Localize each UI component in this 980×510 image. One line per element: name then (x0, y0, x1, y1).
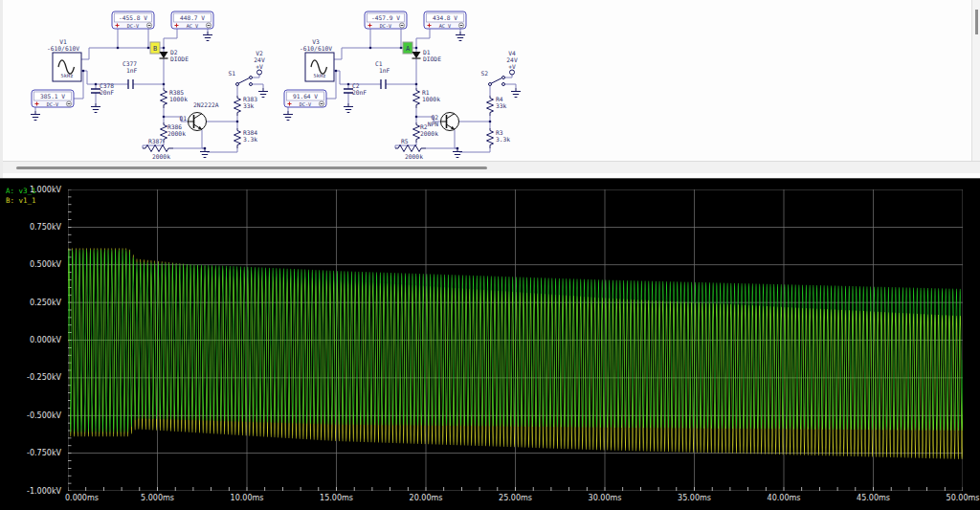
resistor-r2[interactable] (413, 122, 420, 143)
source-range-label: -610/610V (300, 45, 332, 52)
y-axis-tick-label: 0.250kV (0, 299, 61, 307)
probe-letter: B (153, 45, 157, 53)
x-axis-tick-label: 30.00ms (589, 494, 622, 502)
resistor-ref: R1 (422, 89, 430, 96)
meter-value: -455.8 V (119, 14, 147, 21)
y-axis-tick-label: 0.500kV (0, 260, 61, 269)
diode-val-label: DIODE (170, 55, 189, 62)
resistor-r1[interactable] (413, 88, 420, 108)
resistor-ref: R387 (148, 138, 163, 144)
resistor-val: 2000k (152, 153, 170, 160)
x-axis-tick-label: 20.00ms (410, 494, 443, 502)
schematic-horizontal-scrollbar[interactable] (3, 161, 980, 173)
cap-shunt-val: 20nF (352, 89, 367, 96)
source-freq-label: 5kHz (61, 73, 74, 78)
diode-val-label: DIODE (423, 55, 441, 62)
transistor-q1[interactable] (189, 113, 207, 131)
ground-symbol (283, 111, 293, 121)
y-axis-tick-label: -0.250kV (0, 373, 61, 382)
diode-d1[interactable] (412, 52, 421, 58)
meter-mode: DC-V (127, 23, 140, 29)
resistor-r385[interactable] (161, 88, 167, 108)
meter-mode: DC-V (47, 101, 59, 107)
diode-ref-label: D2 (170, 49, 178, 55)
probe-b[interactable]: B (150, 42, 160, 54)
schematic-pane: V1 -610/610V 5kHz -455.8 V DC-V 448.7 V … (0, 0, 980, 178)
resistor-val: 33k (496, 102, 507, 109)
circuit-left: V1 -610/610V 5kHz -455.8 V DC-V 448.7 V … (31, 11, 268, 160)
switch-label: S1 (228, 70, 235, 77)
diode-ref-label: D1 (423, 49, 431, 55)
switch-contact[interactable] (236, 83, 239, 86)
resistor-ref: R385 (169, 89, 184, 96)
resistor-r384[interactable] (234, 128, 241, 148)
x-axis-tick-label: 50.00ms (947, 494, 980, 502)
switch-blade[interactable] (238, 78, 250, 84)
schematic-vertical-scrollbar[interactable] (971, 0, 980, 161)
ground-symbol (456, 32, 465, 41)
resistor-r3[interactable] (487, 128, 494, 148)
x-axis-tick-label: 15.00ms (320, 494, 353, 502)
meter-dc-bias[interactable]: 91.64 V DC-V (284, 90, 326, 107)
resistor-r4[interactable] (487, 96, 494, 116)
resistor-ref: R384 (243, 129, 257, 136)
resistor-ref: R383 (243, 96, 257, 102)
schematic-canvas[interactable]: V1 -610/610V 5kHz -455.8 V DC-V 448.7 V … (3, 0, 974, 161)
x-axis-tick-label: 35.00ms (678, 494, 711, 502)
transistor-ref-label: Q2 (431, 114, 438, 121)
switch-contact[interactable] (502, 77, 505, 79)
x-axis-tick-label: 45.00ms (857, 494, 890, 502)
circuit-right: V3 -610/610V 5kHz -457.9 V DC-V 434.8 V … (283, 11, 521, 160)
app-window: V1 -610/610V 5kHz -455.8 V DC-V 448.7 V … (0, 0, 980, 510)
source-freq-label: 5kHz (314, 73, 326, 78)
resistor-val: 33k (243, 102, 255, 109)
meter-value: 385.1 V (40, 93, 65, 100)
switch-blade[interactable] (491, 78, 502, 84)
supply-v2-terminal[interactable] (257, 70, 262, 75)
horizontal-scrollbar-thumb[interactable] (16, 166, 487, 169)
x-axis-tick-label: 0.000ms (65, 494, 99, 502)
resistor-val: 2000k (420, 130, 438, 137)
meter-dc-bias[interactable]: 385.1 V DC-V (32, 90, 74, 107)
resistor-r383[interactable] (234, 96, 241, 116)
cap-shunt-val: 20nF (100, 89, 114, 96)
diode-d2[interactable] (160, 52, 168, 58)
meter-value: -457.9 V (371, 14, 400, 21)
ground-symbol (200, 148, 210, 158)
resistor-val: 2000k (405, 153, 423, 160)
ground-symbol (91, 103, 100, 113)
vertical-scrollbar-thumb[interactable] (975, 10, 978, 34)
supply-rail-label: +V (508, 63, 516, 70)
x-axis-tick-label: 25.00ms (499, 494, 532, 502)
meter-dc-input[interactable]: -455.8 V DC-V (112, 11, 154, 29)
switch-label: S2 (480, 70, 488, 77)
meter-ac-output[interactable]: 434.8 V AC V (424, 11, 466, 29)
switch-contact[interactable] (250, 77, 253, 79)
supply-v4-terminal[interactable] (510, 70, 515, 75)
transistor-q2[interactable] (441, 113, 459, 131)
switch-contact[interactable] (489, 83, 492, 86)
waveform-canvas[interactable] (68, 189, 963, 491)
meter-mode: AC V (439, 23, 452, 29)
waveform-pane: A: v3_1 B: v1_1 1.000kV0.750kV0.500kV0.2… (0, 178, 980, 510)
y-axis-tick-label: 1.000kV (0, 186, 61, 194)
meter-mode: DC-V (380, 23, 392, 29)
source-ref-label: V3 (312, 38, 320, 45)
supply-ref-label: V4 (508, 50, 516, 56)
switch-contact[interactable] (502, 83, 505, 86)
switch-contact[interactable] (250, 83, 253, 86)
resistor-r387[interactable] (143, 145, 173, 152)
ground-symbol (203, 32, 212, 41)
transistor-ref-label: Q1 (179, 115, 187, 122)
y-axis-tick-label: 0.750kV (0, 223, 61, 232)
resistor-r5[interactable] (395, 145, 426, 152)
x-axis-tick-label: 10.00ms (231, 494, 264, 502)
resistor-ref: R4 (496, 96, 503, 102)
cap-series-val: 1nF (379, 67, 390, 74)
resistor-val: 1000k (169, 96, 188, 102)
ground-symbol (453, 148, 462, 158)
transistor-type-label: 2N2222A (193, 101, 219, 108)
meter-ac-output[interactable]: 448.7 V AC V (171, 11, 213, 29)
meter-dc-input[interactable]: -457.9 V DC-V (365, 11, 407, 29)
probe-a[interactable]: A (403, 42, 412, 54)
